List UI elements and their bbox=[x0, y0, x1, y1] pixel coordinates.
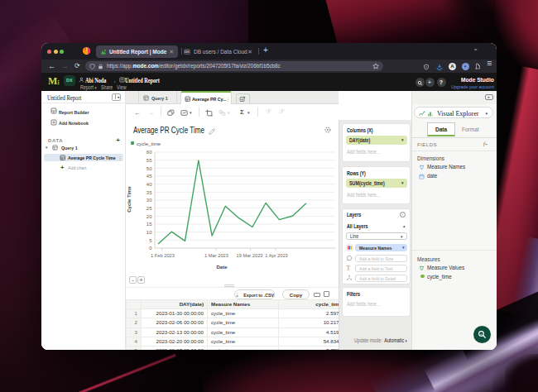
svg-text:1 Mar 2023: 1 Mar 2023 bbox=[204, 253, 228, 258]
svg-text:20: 20 bbox=[147, 214, 152, 219]
svg-text:40: 40 bbox=[147, 182, 152, 187]
svg-text:45: 45 bbox=[147, 174, 152, 179]
svg-text:cycle_time: cycle_time bbox=[137, 141, 161, 146]
svg-text:10: 10 bbox=[147, 230, 152, 235]
svg-text:55: 55 bbox=[147, 158, 152, 163]
svg-text:Cycle Time: Cycle Time bbox=[127, 186, 132, 213]
svg-text:1 Apr 2023: 1 Apr 2023 bbox=[265, 253, 288, 258]
svg-text:Average PR Cycle Time: Average PR Cycle Time bbox=[133, 125, 204, 135]
svg-text:60: 60 bbox=[147, 150, 152, 155]
svg-text:35: 35 bbox=[147, 190, 152, 195]
svg-text:50: 50 bbox=[147, 166, 152, 171]
svg-text:0: 0 bbox=[149, 246, 152, 251]
svg-text:5: 5 bbox=[149, 238, 152, 243]
svg-text:Date: Date bbox=[216, 265, 228, 270]
svg-text:25: 25 bbox=[147, 206, 152, 211]
svg-text:30: 30 bbox=[147, 198, 152, 203]
svg-text:15: 15 bbox=[147, 222, 152, 227]
svg-text:1 Feb 2023: 1 Feb 2023 bbox=[151, 253, 175, 258]
svg-text:19 Mar 2023: 19 Mar 2023 bbox=[237, 253, 263, 258]
